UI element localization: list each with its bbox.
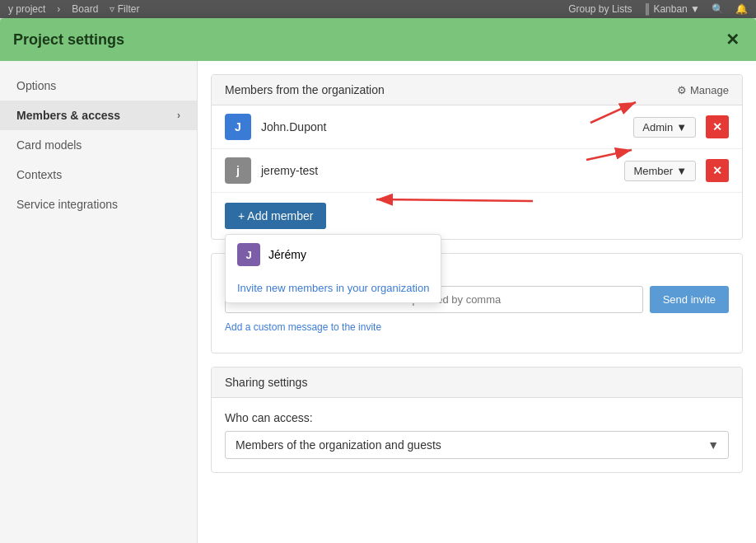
- member-name: jeremy-test: [261, 164, 614, 177]
- member-name: John.Dupont: [261, 120, 623, 133]
- avatar: J: [225, 114, 251, 140]
- member-row: J John.Dupont Admin ▼ ✕: [212, 105, 742, 149]
- sidebar-item-service-integrations[interactable]: Service integrations: [0, 190, 197, 219]
- topbar-bell-icon[interactable]: 🔔: [735, 3, 748, 15]
- topbar-board[interactable]: Board: [72, 3, 98, 15]
- sharing-section-card: Sharing settings Who can access: Members…: [211, 367, 743, 473]
- svg-line-3: [376, 199, 533, 201]
- modal-header: Project settings ✕: [0, 18, 756, 61]
- sidebar-item-contexts[interactable]: Contexts: [0, 160, 197, 190]
- manage-button[interactable]: ⚙ Manage: [677, 84, 729, 96]
- gear-icon: ⚙: [677, 84, 687, 96]
- remove-member-button[interactable]: ✕: [706, 115, 729, 138]
- members-section-title: Members from the organization: [225, 83, 385, 96]
- custom-message-link[interactable]: Add a custom message to the invite: [225, 321, 381, 333]
- modal-close-button[interactable]: ✕: [722, 30, 743, 49]
- sharing-section-header: Sharing settings: [212, 367, 742, 398]
- add-member-dropdown: J Jérémy Invite new members in your orga…: [225, 234, 441, 303]
- members-section-header: Members from the organization ⚙ Manage: [212, 75, 742, 105]
- modal-title: Project settings: [13, 31, 124, 49]
- add-member-section: + Add member J Jérémy Invite new members…: [212, 193, 742, 239]
- member-row: j jeremy-test Member ▼ ✕: [212, 149, 742, 193]
- topbar-search-icon[interactable]: 🔍: [712, 3, 724, 15]
- sidebar: Options Members & access › Card models C…: [0, 61, 198, 543]
- dropdown-user-name: Jérémy: [268, 248, 306, 261]
- role-dropdown-button[interactable]: Admin ▼: [633, 117, 696, 138]
- sidebar-item-options[interactable]: Options: [0, 71, 197, 101]
- remove-member-button[interactable]: ✕: [706, 159, 729, 182]
- main-content: Members from the organization ⚙ Manage J…: [198, 61, 756, 543]
- chevron-down-icon: ▼: [676, 121, 687, 133]
- dropdown-user-item[interactable]: J Jérémy: [226, 235, 441, 274]
- access-label: Who can access:: [225, 411, 729, 424]
- chevron-down-icon: ▼: [676, 165, 687, 177]
- avatar: j: [225, 157, 251, 184]
- chevron-right-icon: ›: [177, 110, 180, 121]
- sharing-section-title: Sharing settings: [225, 376, 307, 389]
- sidebar-item-members[interactable]: Members & access ›: [0, 101, 197, 130]
- topbar-filter[interactable]: ▿ Filter: [110, 3, 139, 15]
- role-dropdown-button[interactable]: Member ▼: [624, 161, 696, 181]
- send-invite-button[interactable]: Send invite: [650, 286, 729, 313]
- topbar-separator: ›: [57, 3, 60, 15]
- topbar-project: y project: [8, 3, 45, 15]
- access-select-wrapper: Members of the organization and guestsMe…: [225, 431, 729, 459]
- sharing-section-body: Who can access: Members of the organizat…: [212, 398, 742, 472]
- invite-link[interactable]: Invite new members in your organization: [226, 274, 441, 302]
- manage-label: Manage: [690, 84, 729, 96]
- sidebar-item-card-models[interactable]: Card models: [0, 130, 197, 160]
- members-section-card: Members from the organization ⚙ Manage J…: [211, 74, 743, 240]
- add-member-button[interactable]: + Add member: [225, 203, 326, 229]
- topbar-kanban[interactable]: ║ Kanban ▼: [644, 3, 700, 15]
- avatar: J: [237, 243, 260, 266]
- topbar-groupby[interactable]: Group by Lists: [568, 3, 632, 15]
- access-select[interactable]: Members of the organization and guestsMe…: [225, 431, 729, 459]
